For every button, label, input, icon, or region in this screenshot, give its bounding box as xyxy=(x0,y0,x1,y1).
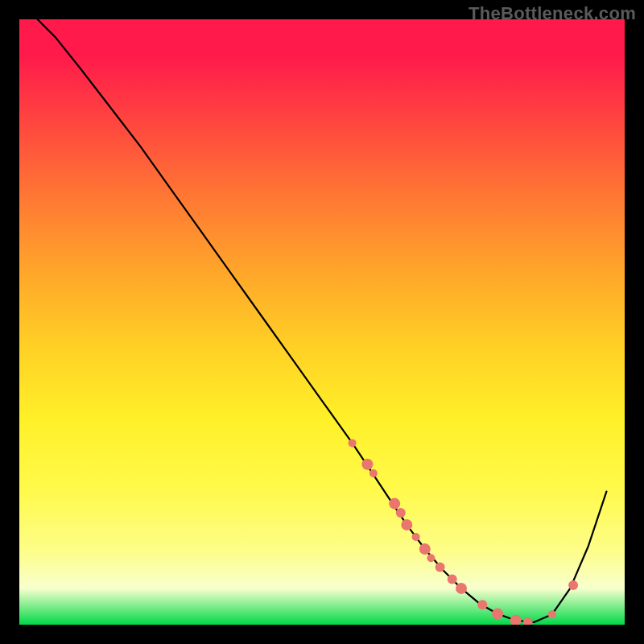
highlight-dot xyxy=(412,533,420,541)
highlight-dot xyxy=(436,563,445,572)
chart-svg xyxy=(19,19,625,625)
highlight-dot xyxy=(548,610,556,618)
highlight-dot xyxy=(492,609,503,620)
highlight-dot xyxy=(401,519,412,530)
highlight-dot xyxy=(523,617,533,625)
highlight-dot xyxy=(389,498,400,510)
highlight-dot xyxy=(361,459,373,470)
highlight-dot xyxy=(369,469,378,477)
highlight-dot xyxy=(568,580,578,590)
highlight-dot xyxy=(510,615,522,625)
highlight-dot xyxy=(396,508,406,518)
highlight-dot xyxy=(427,554,435,562)
chart-plot-area xyxy=(19,19,625,625)
highlight-dot xyxy=(349,439,357,447)
highlight-dot xyxy=(448,575,457,584)
highlight-dot xyxy=(419,543,431,555)
highlight-dot xyxy=(477,600,487,609)
curve-line xyxy=(38,19,607,622)
highlight-dot xyxy=(456,583,467,594)
